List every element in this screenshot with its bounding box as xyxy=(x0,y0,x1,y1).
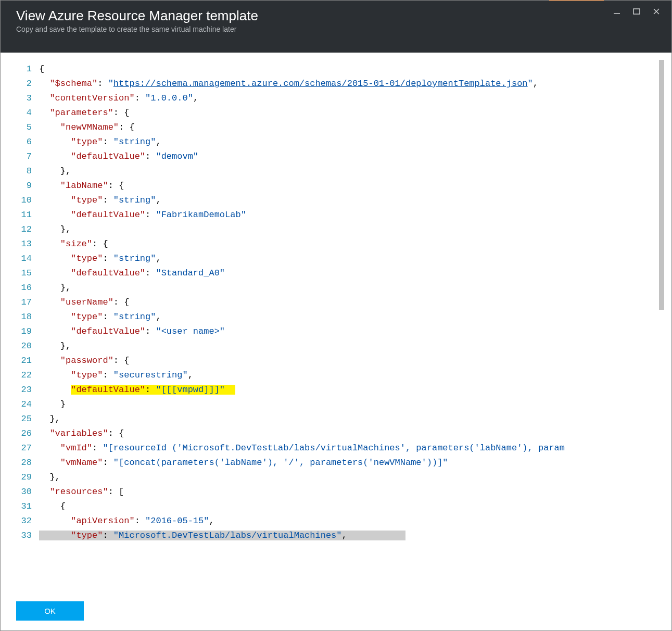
code-line[interactable]: "userName": { xyxy=(39,295,664,310)
line-number-gutter: 1234567891011121314151617181920212223242… xyxy=(8,60,39,549)
line-number: 22 xyxy=(8,368,32,383)
code-line[interactable]: }, xyxy=(39,412,664,426)
code-editor[interactable]: 1234567891011121314151617181920212223242… xyxy=(8,60,664,549)
code-line[interactable]: "type": "string", xyxy=(39,310,664,324)
code-line[interactable]: "defaultValue": "[[[vmpwd]]]" xyxy=(39,383,664,397)
code-line[interactable]: "vmName": "[concat(parameters('labName')… xyxy=(39,456,664,470)
code-line[interactable]: "defaultValue": "<user name>" xyxy=(39,324,664,339)
line-number: 33 xyxy=(8,528,32,543)
dialog-header: View Azure Resource Manager template Cop… xyxy=(1,1,671,53)
line-number: 10 xyxy=(8,193,32,208)
vertical-scrollbar[interactable] xyxy=(659,60,664,549)
code-line[interactable]: "labName": { xyxy=(39,179,664,193)
line-number: 5 xyxy=(8,120,32,135)
line-number: 6 xyxy=(8,135,32,149)
code-line[interactable]: "$schema": "https://schema.management.az… xyxy=(39,77,664,91)
line-number: 1 xyxy=(8,62,32,77)
line-number: 27 xyxy=(8,441,32,456)
line-number: 23 xyxy=(8,383,32,397)
code-content[interactable]: { "$schema": "https://schema.management.… xyxy=(39,60,664,549)
minimize-icon[interactable] xyxy=(612,7,622,16)
line-number: 28 xyxy=(8,456,32,470)
code-line[interactable]: "resources": [ xyxy=(39,485,664,499)
line-number: 16 xyxy=(8,281,32,295)
line-number: 3 xyxy=(8,91,32,106)
code-line[interactable]: }, xyxy=(39,164,664,179)
code-line[interactable]: "defaultValue": "FabrikamDemoLab" xyxy=(39,208,664,222)
ok-button[interactable]: OK xyxy=(16,601,84,621)
line-number: 26 xyxy=(8,426,32,441)
header-accent xyxy=(549,0,604,1)
code-line[interactable]: "type": "string", xyxy=(39,193,664,208)
code-line[interactable]: "password": { xyxy=(39,354,664,368)
dialog-title: View Azure Resource Manager template xyxy=(16,8,656,24)
line-number: 9 xyxy=(8,179,32,193)
line-number: 15 xyxy=(8,266,32,281)
code-line[interactable]: "defaultValue": "Standard_A0" xyxy=(39,266,664,281)
code-line[interactable]: "type": "securestring", xyxy=(39,368,664,383)
line-number: 20 xyxy=(8,339,32,354)
line-number: 4 xyxy=(8,106,32,120)
code-line[interactable]: { xyxy=(39,62,664,77)
line-number: 13 xyxy=(8,237,32,251)
dialog-subtitle: Copy and save the template to create the… xyxy=(16,25,656,33)
code-line[interactable]: }, xyxy=(39,470,664,485)
line-number: 21 xyxy=(8,354,32,368)
maximize-icon[interactable] xyxy=(632,7,641,16)
line-number: 7 xyxy=(8,149,32,164)
line-number: 19 xyxy=(8,324,32,339)
code-line[interactable]: "parameters": { xyxy=(39,106,664,120)
line-number: 24 xyxy=(8,397,32,412)
line-number: 12 xyxy=(8,222,32,237)
line-number: 30 xyxy=(8,485,32,499)
line-number: 25 xyxy=(8,412,32,426)
line-number: 32 xyxy=(8,514,32,528)
code-line[interactable]: }, xyxy=(39,339,664,354)
code-line[interactable]: "newVMName": { xyxy=(39,120,664,135)
code-line[interactable]: "size": { xyxy=(39,237,664,251)
code-line[interactable]: "type": "Microsoft.DevTestLab/labs/virtu… xyxy=(39,528,664,543)
line-number: 14 xyxy=(8,251,32,266)
code-line[interactable]: "type": "string", xyxy=(39,135,664,149)
line-number: 18 xyxy=(8,310,32,324)
code-line[interactable]: }, xyxy=(39,281,664,295)
code-line[interactable]: "contentVersion": "1.0.0.0", xyxy=(39,91,664,106)
svg-rect-1 xyxy=(633,9,640,14)
code-line[interactable]: }, xyxy=(39,222,664,237)
line-number: 17 xyxy=(8,295,32,310)
code-line[interactable]: { xyxy=(39,499,664,514)
line-number: 11 xyxy=(8,208,32,222)
code-line[interactable]: "vmId": "[resourceId ('Microsoft.DevTest… xyxy=(39,441,664,456)
code-line[interactable]: "apiVersion": "2016-05-15", xyxy=(39,514,664,528)
window-controls xyxy=(612,7,661,16)
code-line[interactable]: } xyxy=(39,397,664,412)
line-number: 2 xyxy=(8,77,32,91)
code-line[interactable]: "type": "string", xyxy=(39,251,664,266)
line-number: 8 xyxy=(8,164,32,179)
code-line[interactable]: "variables": { xyxy=(39,426,664,441)
line-number: 31 xyxy=(8,499,32,514)
close-icon[interactable] xyxy=(652,7,661,16)
code-line[interactable]: "defaultValue": "demovm" xyxy=(39,149,664,164)
scrollbar-thumb[interactable] xyxy=(659,60,664,310)
line-number: 29 xyxy=(8,470,32,485)
dialog-footer: OK xyxy=(1,549,671,621)
